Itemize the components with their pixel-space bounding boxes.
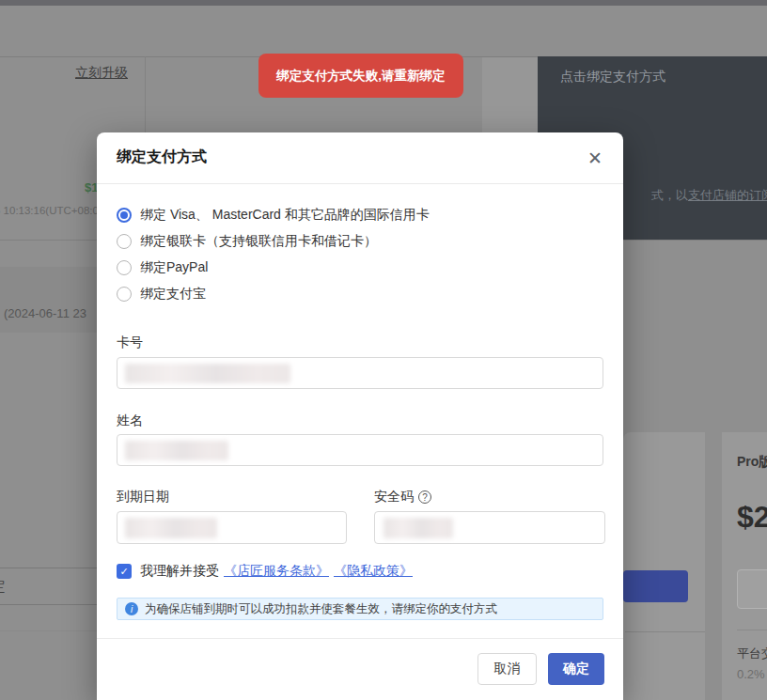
agreement-checkbox[interactable]: ✓ bbox=[117, 564, 132, 579]
option-international-card[interactable]: 绑定 Visa、 MasterCard 和其它品牌的国际信用卡 bbox=[117, 206, 430, 225]
privacy-link[interactable]: 《隐私政策》 bbox=[334, 563, 413, 580]
radio-icon[interactable] bbox=[117, 260, 132, 275]
info-icon: i bbox=[125, 602, 138, 615]
bind-payment-panel-subtitle: 式，以支付店铺的订阅费 bbox=[651, 187, 767, 204]
redacted-cvc bbox=[384, 518, 453, 538]
card-number-input[interactable] bbox=[117, 357, 603, 389]
bind-payment-panel-title[interactable]: 点击绑定支付方式 bbox=[560, 69, 665, 86]
agreement-row: ✓ 我理解并接受 《店匠服务条款》 《隐私政策》 bbox=[117, 563, 413, 580]
clipped-text: 定 bbox=[0, 578, 6, 596]
notice-text: 为确保店铺到期时可以成功扣款并使套餐生效，请绑定你的支付方式 bbox=[145, 601, 497, 617]
redacted-name bbox=[125, 441, 228, 460]
check-icon: ✓ bbox=[119, 566, 128, 578]
help-icon[interactable]: ? bbox=[418, 490, 431, 504]
plan-name: Pro版 bbox=[737, 454, 767, 471]
radio-selected-icon[interactable] bbox=[117, 208, 132, 223]
redacted-expiry bbox=[125, 518, 217, 538]
cancel-button[interactable]: 取消 bbox=[477, 653, 537, 685]
top-bar bbox=[0, 0, 767, 6]
timestamp-text: 6 10:13:16(UTC+08:00) bbox=[0, 205, 108, 216]
fee-value: 0.2% bbox=[737, 667, 765, 681]
section-band bbox=[0, 267, 98, 333]
upgrade-link[interactable]: 立刻升级 bbox=[75, 65, 128, 82]
option-label: 绑定 Visa、 MasterCard 和其它品牌的国际信用卡 bbox=[140, 207, 430, 224]
expiry-input[interactable] bbox=[117, 511, 347, 544]
close-icon[interactable]: ✕ bbox=[582, 145, 608, 171]
card-divider bbox=[737, 630, 767, 630]
option-unionpay[interactable]: 绑定银联卡（支持银联信用卡和借记卡） bbox=[117, 232, 430, 251]
date-text: (2024-06-11 23 bbox=[4, 306, 86, 320]
error-toast: 绑定支付方式失败,请重新绑定 bbox=[258, 54, 463, 98]
background-card bbox=[623, 432, 705, 700]
agreement-text: 我理解并接受 bbox=[140, 563, 219, 580]
row-divider bbox=[0, 604, 98, 605]
subtitle-prefix: 式，以 bbox=[651, 188, 688, 202]
radio-icon[interactable] bbox=[117, 234, 132, 249]
option-paypal[interactable]: 绑定PayPal bbox=[117, 258, 430, 277]
plan-card: Pro版 $2 平台交 0.2% bbox=[722, 432, 767, 700]
option-alipay[interactable]: 绑定支付宝 bbox=[117, 285, 430, 303]
name-input[interactable] bbox=[117, 434, 603, 466]
cvc-label-text: 安全码 bbox=[374, 489, 414, 506]
radio-icon[interactable] bbox=[117, 287, 132, 302]
card-divider bbox=[625, 631, 705, 632]
plan-price: $2 bbox=[737, 500, 767, 535]
card-number-label: 卡号 bbox=[117, 334, 143, 351]
notice-banner: i 为确保店铺到期时可以成功扣款并使套餐生效，请绑定你的支付方式 bbox=[117, 598, 603, 620]
modal-title: 绑定支付方式 bbox=[117, 148, 207, 167]
confirm-button[interactable]: 确定 bbox=[548, 653, 604, 685]
row-divider bbox=[0, 568, 98, 568]
background-bind-button[interactable] bbox=[623, 570, 688, 602]
redacted-card-number bbox=[125, 364, 290, 383]
cvc-input[interactable] bbox=[374, 511, 605, 544]
screen: 立刻升级 绑定支付方式失败,请重新绑定 点击绑定支付方式 式，以支付店铺的订阅费… bbox=[0, 0, 767, 700]
option-label: 绑定银联卡（支持银联信用卡和借记卡） bbox=[140, 233, 377, 250]
fee-label: 平台交 bbox=[737, 646, 767, 662]
option-label: 绑定PayPal bbox=[140, 259, 208, 276]
terms-link[interactable]: 《店匠服务条款》 bbox=[224, 563, 329, 580]
bind-payment-modal: 绑定支付方式 ✕ 绑定 Visa、 MasterCard 和其它品牌的国际信用卡… bbox=[97, 132, 623, 700]
footer-divider bbox=[97, 638, 623, 639]
expiry-label: 到期日期 bbox=[117, 489, 169, 506]
row-divider bbox=[0, 630, 98, 631]
plan-input-box[interactable] bbox=[737, 569, 767, 609]
name-label: 姓名 bbox=[117, 412, 143, 429]
subtitle-underlined[interactable]: 支付店铺的订阅费 bbox=[688, 188, 767, 202]
cvc-label: 安全码 ? bbox=[374, 489, 431, 506]
modal-header: 绑定支付方式 ✕ bbox=[97, 132, 623, 184]
option-label: 绑定支付宝 bbox=[140, 286, 206, 303]
payment-option-list: 绑定 Visa、 MasterCard 和其它品牌的国际信用卡 绑定银联卡（支持… bbox=[117, 206, 430, 311]
